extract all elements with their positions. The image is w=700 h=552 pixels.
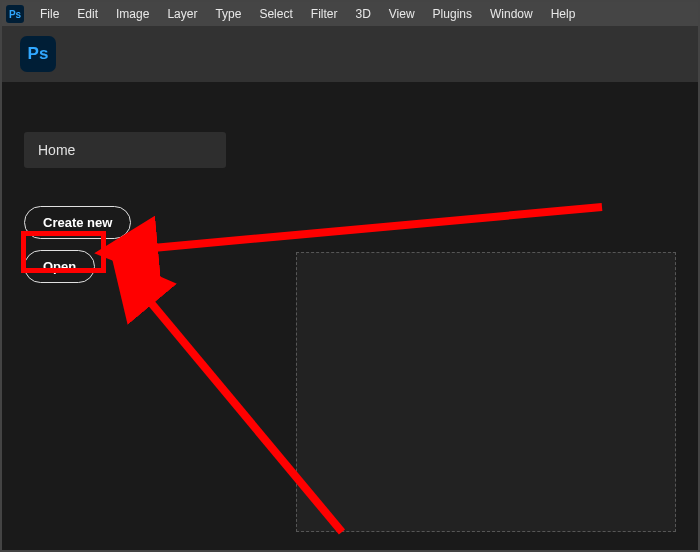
menu-bar: Ps File Edit Image Layer Type Select Fil… <box>2 2 698 26</box>
photoshop-icon-small: Ps <box>6 5 24 23</box>
menu-edit[interactable]: Edit <box>69 5 106 23</box>
menu-window[interactable]: Window <box>482 5 541 23</box>
home-heading: Home <box>24 132 226 168</box>
menu-view[interactable]: View <box>381 5 423 23</box>
header-bar: Ps <box>2 26 698 82</box>
home-screen: Home Create new Open <box>2 82 698 550</box>
menu-help[interactable]: Help <box>543 5 584 23</box>
menu-type[interactable]: Type <box>207 5 249 23</box>
open-button[interactable]: Open <box>24 250 95 283</box>
drop-zone[interactable] <box>296 252 676 532</box>
menu-layer[interactable]: Layer <box>159 5 205 23</box>
menu-plugins[interactable]: Plugins <box>425 5 480 23</box>
create-new-button[interactable]: Create new <box>24 206 131 239</box>
photoshop-icon: Ps <box>20 36 56 72</box>
menu-image[interactable]: Image <box>108 5 157 23</box>
menu-file[interactable]: File <box>32 5 67 23</box>
menu-filter[interactable]: Filter <box>303 5 346 23</box>
menu-3d[interactable]: 3D <box>347 5 378 23</box>
menu-select[interactable]: Select <box>251 5 300 23</box>
